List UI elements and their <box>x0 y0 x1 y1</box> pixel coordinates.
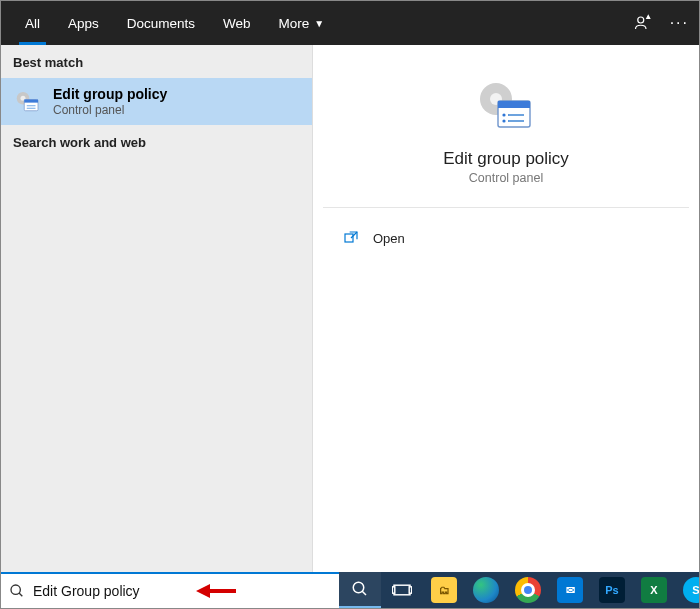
search-work-web-header[interactable]: Search work and web <box>1 125 312 158</box>
svg-rect-4 <box>24 99 38 102</box>
result-text: Edit group policy Control panel <box>53 86 167 117</box>
tab-more[interactable]: More ▼ <box>265 1 339 45</box>
tab-web[interactable]: Web <box>209 1 265 45</box>
svg-point-13 <box>502 119 505 122</box>
more-options-icon[interactable]: ··· <box>670 14 689 32</box>
topbar-right: ··· <box>634 14 689 32</box>
result-edit-group-policy[interactable]: Edit group policy Control panel <box>1 78 312 125</box>
taskbar-app-mail[interactable]: ✉ <box>549 572 591 608</box>
tab-label: More <box>279 16 310 31</box>
preview-panel: Edit group policy Control panel Open <box>313 45 699 572</box>
search-body: Best match Edit group policy Control pan… <box>1 45 699 572</box>
taskbar-app-chrome[interactable] <box>507 572 549 608</box>
tab-label: All <box>25 16 40 31</box>
result-title: Edit group policy <box>53 86 167 102</box>
svg-rect-24 <box>409 587 411 593</box>
best-match-header: Best match <box>1 45 312 78</box>
open-label: Open <box>373 231 405 246</box>
result-subtitle: Control panel <box>53 103 167 117</box>
feedback-icon[interactable] <box>634 14 652 32</box>
open-action[interactable]: Open <box>343 226 669 250</box>
tab-label: Documents <box>127 16 195 31</box>
taskbar-taskview-button[interactable] <box>381 572 423 608</box>
preview-header: Edit group policy Control panel <box>323 65 689 208</box>
svg-point-20 <box>353 582 364 593</box>
tab-label: Apps <box>68 16 99 31</box>
tab-label: Web <box>223 16 251 31</box>
taskbar-app-edge[interactable] <box>465 572 507 608</box>
taskbar-search-button[interactable] <box>339 572 381 608</box>
preview-subtitle: Control panel <box>323 171 689 185</box>
tab-all[interactable]: All <box>11 1 54 45</box>
tab-documents[interactable]: Documents <box>113 1 209 45</box>
gear-document-icon-large <box>323 75 689 139</box>
search-box[interactable] <box>1 572 339 608</box>
gear-document-icon <box>13 87 43 117</box>
preview-actions: Open <box>323 208 689 268</box>
taskbar: 🗂 ✉ Ps X S <box>339 572 700 608</box>
taskbar-app-photoshop[interactable]: Ps <box>591 572 633 608</box>
tab-apps[interactable]: Apps <box>54 1 113 45</box>
taskbar-app-file-explorer[interactable]: 🗂 <box>423 572 465 608</box>
svg-line-17 <box>19 593 22 596</box>
search-icon <box>9 583 25 599</box>
taskbar-app-skype[interactable]: S <box>675 572 700 608</box>
svg-point-16 <box>11 585 20 594</box>
svg-rect-10 <box>498 101 530 108</box>
filter-tabs: All Apps Documents Web More ▼ <box>11 1 338 45</box>
bottom-bar: 🗂 ✉ Ps X S <box>1 572 699 608</box>
open-icon <box>343 230 359 246</box>
svg-rect-23 <box>392 587 394 593</box>
svg-point-0 <box>637 17 643 23</box>
search-input[interactable] <box>33 583 331 599</box>
search-filter-bar: All Apps Documents Web More ▼ ··· <box>1 1 699 45</box>
svg-point-11 <box>502 113 505 116</box>
preview-title: Edit group policy <box>323 149 689 169</box>
svg-rect-22 <box>394 585 410 595</box>
svg-line-21 <box>362 591 366 595</box>
results-panel: Best match Edit group policy Control pan… <box>1 45 313 572</box>
chevron-down-icon: ▼ <box>314 18 324 29</box>
taskbar-app-excel[interactable]: X <box>633 572 675 608</box>
